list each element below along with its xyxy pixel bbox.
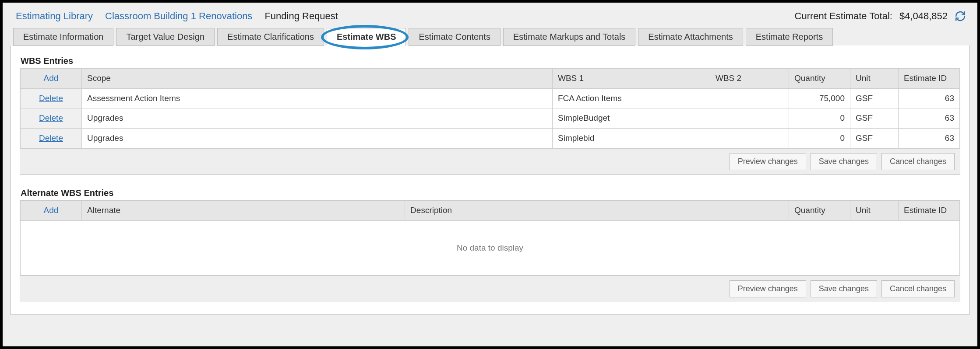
tab-bar: Estimate Information Target Value Design… [11,28,969,46]
save-changes-button[interactable]: Save changes [811,153,877,170]
wbs-entries-title: WBS Entries [21,56,960,66]
breadcrumb: Estimating Library Classroom Building 1 … [11,9,969,28]
cell-estimate-id[interactable]: 63 [899,88,960,108]
cell-quantity[interactable]: 0 [789,128,850,148]
cell-wbs1[interactable]: Simplebid [553,128,710,148]
delete-button[interactable]: Delete [39,94,63,103]
col-estimate-id[interactable]: Estimate ID [899,69,960,89]
tab-estimate-markups-totals[interactable]: Estimate Markups and Totals [503,28,635,46]
alt-save-changes-button[interactable]: Save changes [811,280,877,297]
col-description[interactable]: Description [405,201,789,221]
empty-message: No data to display [21,220,960,276]
col-quantity[interactable]: Quantity [789,69,850,89]
cell-unit[interactable]: GSF [850,88,899,108]
cell-scope[interactable]: Assessment Action Items [82,88,553,108]
tab-target-value-design[interactable]: Target Value Design [116,28,215,46]
delete-button[interactable]: Delete [39,133,63,143]
cell-quantity[interactable]: 75,000 [789,88,850,108]
cell-scope[interactable]: Upgrades [82,108,553,129]
cell-wbs2[interactable] [710,88,789,108]
col-scope[interactable]: Scope [82,69,553,89]
table-row[interactable]: Delete Upgrades Simplebid 0 GSF 63 [21,128,960,148]
breadcrumb-project-link[interactable]: Classroom Building 1 Renovations [105,10,252,22]
tab-estimate-information[interactable]: Estimate Information [13,28,113,46]
breadcrumb-page: Funding Request [264,10,338,22]
col-unit[interactable]: Unit [850,69,899,89]
cell-wbs1[interactable]: FCA Action Items [553,88,710,108]
estimate-total-value: $4,048,852 [899,10,948,22]
col-wbs1[interactable]: WBS 1 [553,69,710,89]
refresh-icon[interactable] [955,10,966,22]
cell-quantity[interactable]: 0 [789,108,850,129]
alt-preview-changes-button[interactable]: Preview changes [730,280,806,297]
col-alt-unit[interactable]: Unit [850,201,899,221]
alt-cancel-changes-button[interactable]: Cancel changes [881,280,955,297]
alt-add-button[interactable]: Add [44,206,59,215]
col-alt-quantity[interactable]: Quantity [789,201,850,221]
estimate-total-label: Current Estimate Total: [795,10,892,22]
col-alt-estimate-id[interactable]: Estimate ID [899,201,960,221]
wbs-entries-grid: Add Scope WBS 1 WBS 2 Quantity Unit Esti… [20,68,960,175]
cancel-changes-button[interactable]: Cancel changes [881,153,955,170]
alt-wbs-entries-title: Alternate WBS Entries [21,188,960,198]
delete-button[interactable]: Delete [39,113,63,122]
wbs-add-button[interactable]: Add [44,73,59,83]
cell-wbs2[interactable] [710,108,789,129]
table-row[interactable]: Delete Upgrades SimpleBudget 0 GSF 63 [21,108,960,129]
cell-estimate-id[interactable]: 63 [899,128,960,148]
cell-wbs1[interactable]: SimpleBudget [553,108,710,129]
empty-row: No data to display [21,220,960,276]
tab-estimate-attachments[interactable]: Estimate Attachments [638,28,743,46]
tab-estimate-contents[interactable]: Estimate Contents [409,28,500,46]
tab-estimate-wbs-label: Estimate WBS [337,32,396,42]
tab-estimate-wbs[interactable]: Estimate WBS [327,28,406,46]
breadcrumb-library-link[interactable]: Estimating Library [16,10,93,22]
cell-unit[interactable]: GSF [850,128,899,148]
table-row[interactable]: Delete Assessment Action Items FCA Actio… [21,88,960,108]
cell-wbs2[interactable] [710,128,789,148]
alt-wbs-entries-grid: Add Alternate Description Quantity Unit … [20,200,960,302]
col-alternate[interactable]: Alternate [82,201,405,221]
cell-estimate-id[interactable]: 63 [899,108,960,129]
tab-estimate-reports[interactable]: Estimate Reports [746,28,833,46]
cell-unit[interactable]: GSF [850,108,899,129]
col-wbs2[interactable]: WBS 2 [710,69,789,89]
cell-scope[interactable]: Upgrades [82,128,553,148]
tab-estimate-clarifications[interactable]: Estimate Clarifications [217,28,324,46]
preview-changes-button[interactable]: Preview changes [730,153,806,170]
